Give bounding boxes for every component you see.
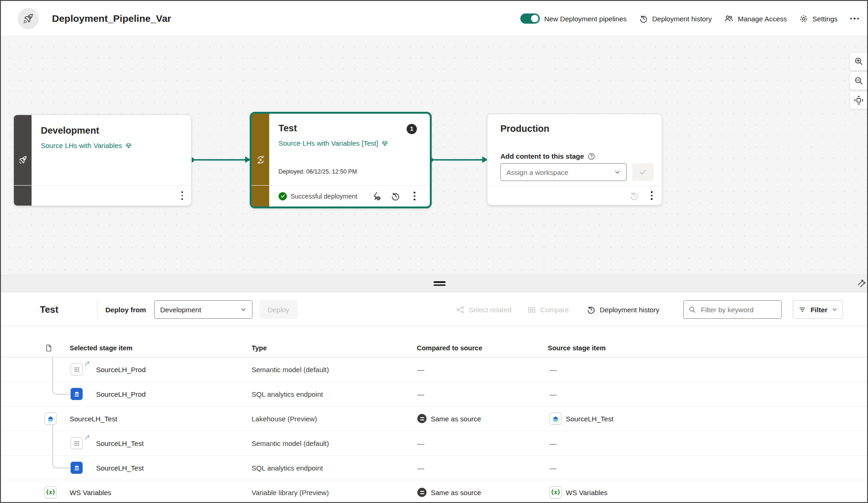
stage-detail-panel: Test Deploy from Development Deploy Sele… [1, 293, 867, 502]
table-body: SourceLH_Prod Semantic model (default) —… [1, 357, 867, 502]
deployment-history-button[interactable]: Deployment history [587, 293, 659, 326]
fit-to-screen-button[interactable] [849, 91, 868, 110]
col-header-compared[interactable]: Compared to source [417, 339, 482, 357]
table-row[interactable]: {x} WS Variables Variable library (Previ… [1, 480, 867, 502]
zoom-out-icon [854, 76, 863, 85]
item-type: SQL analytics endpoint [252, 464, 323, 472]
select-related-button: Select related [456, 293, 512, 326]
gear-icon [799, 14, 808, 23]
document-icon [45, 339, 53, 357]
test-card-footer: Successful deployment [252, 185, 430, 206]
panel-title: Test [40, 293, 58, 326]
same-as-source-icon [417, 488, 427, 497]
assign-workspace-dropdown[interactable]: Assign a workspace [500, 163, 627, 181]
keyword-filter-box [683, 300, 782, 319]
production-more-icon[interactable] [649, 189, 654, 202]
stage-card-production[interactable]: Production Add content to this stage Ass… [487, 114, 662, 206]
filter-icon [798, 306, 806, 314]
deployment-rules-icon[interactable] [371, 191, 381, 201]
assign-confirm-button[interactable] [632, 163, 654, 181]
deploy-from-dropdown[interactable]: Development [154, 300, 253, 319]
workspace-link[interactable]: Source LHs with Variables [41, 142, 132, 149]
check-icon [639, 168, 647, 176]
item-name: SourceLH_Test [96, 439, 144, 447]
stage-card-development[interactable]: Development Source LHs with Variables [13, 115, 192, 206]
source-item: {x} WS Variables [550, 486, 608, 498]
fit-to-screen-icon [854, 95, 864, 105]
panel-splitter[interactable] [1, 275, 867, 292]
col-header-source[interactable]: Source stage item [548, 339, 606, 357]
toolbar-divider [97, 300, 97, 319]
app-header: Deployment_Pipeline_Var New Deployment p… [1, 1, 867, 36]
status-badge: 1 [407, 124, 417, 134]
item-type: Variable library (Preview) [252, 489, 329, 497]
deployed-timestamp: Deployed: 06/12/25, 12:50 PM [279, 168, 357, 175]
table-row[interactable]: SourceLH_Test SQL analytics endpoint — — [1, 456, 867, 480]
history-icon [639, 14, 648, 23]
premium-diamond-icon [381, 140, 389, 147]
compare-icon [527, 305, 536, 314]
table-row[interactable]: SourceLH_Test Lakehouse (Preview) Same a… [1, 406, 867, 431]
chevron-down-icon [614, 169, 621, 175]
deployment-history-button[interactable]: Deployment history [639, 14, 712, 23]
same-as-source-icon [417, 414, 427, 423]
production-card-footer [487, 186, 662, 205]
search-icon [688, 306, 696, 314]
success-check-icon [279, 192, 287, 200]
col-header-type[interactable]: Type [252, 339, 267, 357]
premium-diamond-icon [125, 142, 132, 149]
development-card-footer [14, 185, 191, 206]
item-name: SourceLH_Prod [96, 366, 146, 374]
col-header-selected[interactable]: Selected stage item [70, 339, 132, 357]
chevron-down-icon [832, 307, 837, 312]
pipeline-canvas: Development Source LHs with Variables [1, 37, 867, 275]
development-more-icon[interactable] [180, 189, 185, 202]
sub-item-arrow-icon [85, 435, 90, 440]
sql-endpoint-icon [71, 462, 83, 474]
zoom-out-button[interactable] [849, 71, 868, 90]
compared-value: — [417, 390, 424, 398]
stage-title: Production [500, 123, 550, 134]
settings-button[interactable]: Settings [799, 14, 837, 23]
deploy-button[interactable]: Deploy [259, 300, 298, 319]
zoom-in-icon [854, 57, 863, 66]
table-row[interactable]: SourceLH_Test Semantic model (default) —… [1, 431, 867, 456]
lakehouse-icon [45, 413, 57, 425]
splitter-grip[interactable] [434, 281, 446, 287]
manage-access-button[interactable]: Manage Access [724, 14, 787, 23]
history-icon-disabled [629, 191, 639, 200]
page-title: Deployment_Pipeline_Var [52, 1, 171, 36]
history-icon [587, 305, 596, 314]
select-related-icon [456, 305, 465, 314]
stage-card-test[interactable]: Test 1 Source LHs with Variables [Test] … [250, 112, 432, 208]
help-icon[interactable] [588, 153, 595, 160]
deploy-from-label: Deploy from [105, 293, 146, 326]
pipeline-avatar [18, 8, 39, 29]
keyword-filter-input[interactable] [700, 305, 777, 314]
deployment-pipeline-window: Deployment_Pipeline_Var New Deployment p… [0, 0, 868, 503]
workspace-link[interactable]: Source LHs with Variables [Test] [279, 139, 389, 147]
panel-toolbar: Test Deploy from Development Deploy Sele… [1, 293, 867, 326]
header-actions: New Deployment pipelines Deployment hist… [520, 1, 859, 36]
source-value: — [550, 390, 557, 398]
variable-library-icon: {x} [45, 486, 57, 498]
table-row[interactable]: SourceLH_Prod Semantic model (default) —… [1, 357, 867, 382]
add-content-label: Add content to this stage [500, 152, 595, 160]
connector-dev-to-test [192, 159, 250, 161]
test-more-icon[interactable] [412, 190, 417, 202]
source-value: — [550, 464, 557, 472]
resize-diagonal-icon[interactable] [856, 278, 867, 289]
more-options-icon[interactable] [850, 18, 859, 19]
new-deployment-pipelines-toggle[interactable] [520, 13, 540, 24]
filter-button[interactable]: Filter [793, 300, 843, 319]
item-type: Lakehouse (Preview) [252, 415, 317, 423]
history-icon[interactable] [391, 192, 400, 201]
compared-status: Same as source [417, 414, 481, 423]
chevron-down-icon [240, 306, 246, 313]
item-name: SourceLH_Test [96, 464, 144, 472]
table-row[interactable]: SourceLH_Prod SQL analytics endpoint — — [1, 382, 867, 406]
item-type: Semantic model (default) [252, 366, 329, 374]
lakehouse-icon [550, 413, 562, 425]
zoom-in-button[interactable] [849, 52, 868, 71]
semantic-model-icon [71, 437, 83, 449]
